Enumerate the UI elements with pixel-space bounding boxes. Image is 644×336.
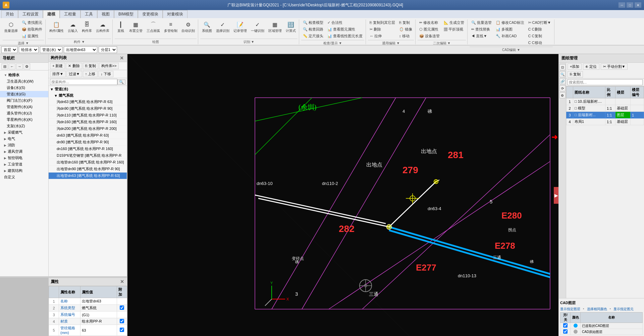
btn-vertical-pipe[interactable]: ▦ 布置立管 — [127, 19, 144, 34]
close-button[interactable]: ✕ — [635, 2, 641, 8]
tab-project-settings[interactable]: 工程设置 — [18, 10, 43, 18]
btn-cad-break[interactable]: ✄ CAD打断▼ — [527, 19, 553, 26]
btn-modify-cad-dim[interactable]: 📋 修改CAD标注 — [494, 19, 526, 26]
nav-item-heat-gas[interactable]: ▶ 采暖燃气 — [0, 129, 48, 136]
btn-multi-pipe[interactable]: ≡ 多管绘制 — [162, 19, 179, 34]
comp-item-ditch63[interactable]: 沟dn63 [燃气系统 给水用PP-R 63] — [49, 99, 127, 105]
scroll-arrow-right[interactable]: ▶ — [554, 187, 558, 204]
btn-move-up[interactable]: ↑ 上移 — [83, 71, 98, 77]
comp-item-ditch110[interactable]: 沟dn110 [燃气系统 给水用PP-R 110] — [49, 112, 127, 119]
nav-item-pipe[interactable]: 管道(水)(G) — [0, 91, 48, 97]
btn-batch-select-pipe[interactable]: 🔍 批量选管 — [470, 19, 493, 26]
comp-item-ditch160[interactable]: 沟dn160 [燃气系统 给水用PP-R 160] — [49, 119, 127, 126]
nav-item-custom[interactable]: 自定义 — [0, 174, 48, 180]
tab-start[interactable]: 开始 — [1, 10, 18, 18]
icon-btn-4[interactable]: ⟳ — [559, 85, 566, 91]
btn-region-mgmt[interactable]: ▦ 区域管理 — [267, 19, 283, 34]
nav-home-btn[interactable]: ⊟ — [1, 63, 8, 69]
tab-change[interactable]: 变更模块 — [138, 10, 163, 18]
btn-validity[interactable]: ✓ 合法性 — [326, 19, 364, 26]
icon-btn-3[interactable]: 🔗 — [559, 78, 566, 84]
comp-item-outlet63[interactable]: 出地管dn63 [燃气系统 给水用PP-R 63] — [49, 173, 127, 179]
btn-move[interactable]: ↕ 移动 — [397, 33, 414, 39]
btn-equip-pipe[interactable]: 📦 设备连管 — [418, 33, 441, 39]
btn-pick-component[interactable]: 📦 拾取构件 — [20, 26, 44, 33]
floor-select[interactable]: 首层 — [1, 46, 17, 53]
btn-calculate[interactable]: 🔢 计算式 — [284, 19, 298, 34]
btn-measure-joint[interactable]: 📏 定尺接头 — [301, 33, 325, 39]
tab-compare[interactable]: 对量模块 — [163, 10, 187, 18]
btn-sort[interactable]: 排序▼ — [50, 71, 66, 77]
btn-copy-component[interactable]: ⎘ 复制 — [83, 63, 98, 69]
drawing-row-4[interactable]: 4 布局1 1:1 基础层 — [567, 118, 644, 125]
btn-find-element[interactable]: 🔍 查找图元 — [20, 19, 44, 26]
nav-item-fittings[interactable]: 管道附件(水)(A) — [0, 104, 48, 110]
component-search-input[interactable] — [50, 79, 117, 85]
btn-new-component[interactable]: + 新建 — [50, 63, 65, 69]
btn-add-drawing[interactable]: +添加 — [568, 63, 582, 70]
btn-record-mgmt[interactable]: 📝 记录管理 — [232, 19, 249, 34]
comp-item-dn160[interactable]: dn160 [燃气系统 给水用PP-R 160] — [49, 146, 127, 152]
nav-item-valve[interactable]: 阀门法兰(水)(F) — [0, 97, 48, 104]
nav-item-sanitary[interactable]: 卫生器具(水)(W) — [0, 78, 48, 85]
nav-item-smart[interactable]: ▶ 智控弱电 — [0, 155, 48, 161]
nav-item-industrial[interactable]: ▶ 工业管道 — [0, 161, 48, 167]
btn-copy-drawing[interactable]: ⎘ 复制 — [568, 71, 583, 78]
btn-check-circuit[interactable]: 🔍 检查回路 — [301, 26, 325, 33]
sub-select[interactable]: 分层1 — [99, 46, 117, 53]
cad-ctrl-same-color[interactable]: 选择相同颜色 — [587, 307, 607, 311]
btn-view-length[interactable]: 📊 查看线性图元长度 — [326, 33, 364, 39]
btn-check-model[interactable]: 🔍 检查模型 — [301, 19, 325, 26]
btn-delete-component[interactable]: ✕ 删除 — [66, 63, 82, 69]
btn-find-replace[interactable]: ✏ 查找替换 — [470, 26, 493, 33]
btn-component-library[interactable]: 构件库>> — [99, 63, 119, 69]
btn-copy[interactable]: ⎘ 复制 — [397, 19, 414, 26]
nav-item-equipment[interactable]: 设备(水)(S) — [0, 85, 48, 91]
drawing-row-2[interactable]: 2 □ 模型 1:1 基础层 — [567, 105, 644, 112]
btn-system-diagram[interactable]: 🔍 系统图 — [200, 19, 214, 34]
component-close[interactable]: ✕ — [119, 55, 125, 61]
nav-item-water[interactable]: ▼ 给排水 — [0, 72, 48, 78]
canvas-area[interactable]: X Y (余圳) 砩 4 出地点 出地点 279 281 282 5 3 三通 … — [127, 54, 558, 336]
btn-one-click[interactable]: ✓ 一键识别 — [249, 19, 266, 34]
icon-btn-5[interactable]: ⚙ — [559, 92, 566, 98]
component-select[interactable]: 出地管dn63 — [64, 46, 97, 53]
btn-get-property[interactable]: 📊 提属性 — [20, 33, 44, 39]
nav-item-fire[interactable]: ▶ 消防 — [0, 142, 48, 148]
nav-back-btn[interactable]: ← — [9, 63, 15, 69]
tab-bim[interactable]: BIM模型 — [114, 10, 138, 18]
btn-cloud-comp-lib[interactable]: ☁ 云构件库 — [94, 19, 111, 34]
restore-button[interactable]: □ — [627, 2, 633, 8]
drawing-row-3[interactable]: 3 □ 后瑞新村... 1:1 图层 1 — [567, 112, 644, 118]
btn-copy-to-floor[interactable]: ⎘ 复制到其它层 — [368, 19, 397, 26]
tab-quantities[interactable]: 工程量 — [60, 10, 80, 18]
btn-gen-vertical[interactable]: 📐 生成立管 — [442, 19, 466, 26]
btn-cloud-input[interactable]: ☁ 云输入 — [66, 19, 79, 34]
nav-item-electric[interactable]: ▶ 电气 — [0, 136, 48, 142]
system-select[interactable]: 给排水 — [19, 46, 39, 53]
btn-cad-line[interactable]: ◀ 直线▼ — [470, 33, 493, 39]
btn-flat-fold[interactable]: ▦ 平折顶视 — [442, 26, 466, 33]
btn-c-copy[interactable]: C C复制 — [527, 33, 553, 39]
comp-item-ditch200[interactable]: 沟dn200 [燃气系统 给水用PP-R 200] — [49, 126, 127, 132]
nav-item-connector[interactable]: 通头管件(水)(J) — [0, 110, 48, 116]
icon-btn-1[interactable]: ⊡ — [559, 64, 566, 70]
btn-manual-split[interactable]: ✂ 手动分割▼ — [601, 63, 628, 70]
btn-element-prop[interactable]: ⬡ 图元属性 — [418, 26, 441, 33]
comp-item-dn63[interactable]: dn63 [燃气系统 给水用PP-R 63] — [49, 132, 127, 139]
cad-layer-2-toggle[interactable] — [563, 329, 568, 334]
nav-forward-btn[interactable]: → — [16, 63, 23, 69]
btn-component-property[interactable]: 📋 构件/属性 — [48, 19, 65, 34]
comp-item-outlet160[interactable]: 出地管dn160 [燃气系统 给水用PP-R 160] — [49, 159, 127, 166]
comp-parent-gas[interactable]: ▼ 燃气系统 — [49, 92, 127, 99]
drawing-row-1[interactable]: 1 □ 10.后瑞新村.... — [567, 98, 644, 105]
btn-move-down[interactable]: ↓ 下移 — [98, 71, 113, 77]
btn-locate-drawing[interactable]: ⊕ 定位 — [583, 63, 599, 70]
nav-item-misc[interactable]: 零星构件(水)(K) — [0, 116, 48, 123]
btn-auto-recognize[interactable]: ⚙ 自动识别 — [180, 19, 197, 34]
cad-ctrl-show-element[interactable]: 显示指定图元 — [613, 307, 634, 311]
btn-rename[interactable]: ✏ 修改名称 — [418, 19, 441, 26]
btn-multi-view[interactable]: 📊 多视图 — [494, 26, 526, 33]
comp-item-dn90[interactable]: dn90 [燃气系统 给水用PP-R 90] — [49, 139, 127, 146]
btn-supplement-cad[interactable]: 🔧 补画CAD — [494, 33, 526, 39]
